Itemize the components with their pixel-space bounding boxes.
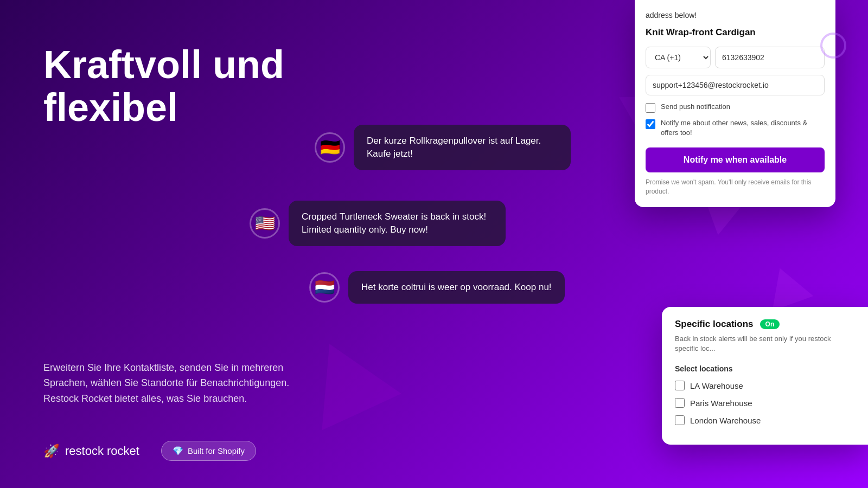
locations-panel: Specific locations On Back in stock aler… <box>662 307 868 445</box>
location-item-paris: Paris Warehouse <box>675 398 855 408</box>
news-checkbox[interactable] <box>646 119 655 129</box>
notify-panel: address below! Knit Wrap-front Cardigan … <box>635 0 835 207</box>
spam-note: Promise we won't spam. You'll only recei… <box>646 178 825 196</box>
bubble-text-us: Cropped Turtleneck Sweater is back in st… <box>289 201 506 246</box>
location-name-london[interactable]: London Warehouse <box>690 416 761 425</box>
email-input[interactable] <box>646 75 825 95</box>
chat-bubble-us: 🇺🇸 Cropped Turtleneck Sweater is back in… <box>250 201 506 246</box>
locations-title: Specific locations <box>675 319 754 330</box>
flag-de: 🇩🇪 <box>315 132 345 163</box>
diamond-icon: 💎 <box>173 446 183 456</box>
hero-section: Kraftvoll und flexibel <box>43 43 326 145</box>
hero-title: Kraftvoll und flexibel <box>43 43 326 129</box>
flag-us: 🇺🇸 <box>250 208 280 239</box>
location-checkbox-paris[interactable] <box>675 398 685 408</box>
locations-header: Specific locations On <box>675 319 855 330</box>
location-checkbox-london[interactable] <box>675 415 685 425</box>
locations-subtitle: Back in stock alerts will be sent only i… <box>675 334 855 354</box>
chat-bubble-nl: 🇳🇱 Het korte coltrui is weer op voorraad… <box>309 271 565 304</box>
push-notification-label[interactable]: Send push notification <box>661 102 730 112</box>
location-name-la[interactable]: LA Warehouse <box>690 381 743 390</box>
flag-nl: 🇳🇱 <box>309 272 340 303</box>
brand-logo: 🚀 restock rocket <box>43 444 139 459</box>
push-notification-checkbox[interactable] <box>646 103 655 113</box>
location-name-paris[interactable]: Paris Warehouse <box>690 399 752 408</box>
country-code-select[interactable]: CA (+1) US (+1) GB (+44) DE (+49) NL (+3… <box>646 47 711 68</box>
on-badge: On <box>760 319 780 329</box>
location-checkbox-la[interactable] <box>675 381 685 390</box>
rocket-icon: 🚀 <box>43 444 60 459</box>
phone-row: CA (+1) US (+1) GB (+44) DE (+49) NL (+3… <box>646 47 825 68</box>
shopify-label: Built for Shopify <box>188 446 245 455</box>
location-item-london: London Warehouse <box>675 415 855 425</box>
hero-description: Erweitern Sie Ihre Kontaktliste, senden … <box>43 360 326 407</box>
panel-intro-text: address below! <box>646 11 825 20</box>
bubble-text-de: Der kurze Rollkragenpullover ist auf Lag… <box>354 125 571 170</box>
notify-button[interactable]: Notify me when available <box>646 147 825 172</box>
news-checkbox-row: Notify me about other news, sales, disco… <box>646 118 825 138</box>
push-notification-row: Send push notification <box>646 102 825 113</box>
news-label[interactable]: Notify me about other news, sales, disco… <box>661 118 825 138</box>
phone-number-input[interactable] <box>715 47 825 68</box>
brand-name: restock rocket <box>65 444 139 458</box>
logo-area: 🚀 restock rocket 💎 Built for Shopify <box>43 441 256 461</box>
select-locations-label: Select locations <box>675 364 855 373</box>
bubble-text-nl: Het korte coltrui is weer op voorraad. K… <box>348 271 565 304</box>
location-item-la: LA Warehouse <box>675 381 855 390</box>
shopify-badge: 💎 Built for Shopify <box>161 441 256 461</box>
chat-bubble-de: 🇩🇪 Der kurze Rollkragenpullover ist auf … <box>315 125 571 170</box>
product-name: Knit Wrap-front Cardigan <box>646 27 825 38</box>
